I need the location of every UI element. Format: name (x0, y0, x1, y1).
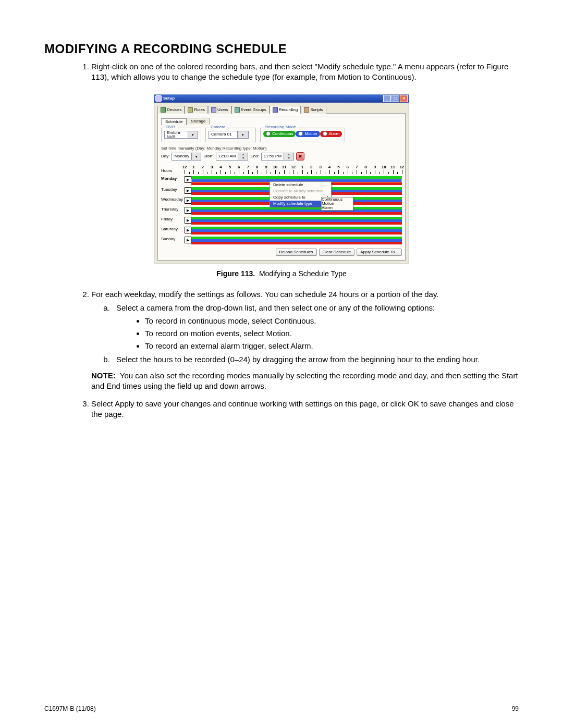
footer-doc-id: C1697M-B (11/08) (44, 705, 96, 712)
dvr-select[interactable]: Endura NVR▾ (164, 131, 198, 139)
radio-dot-icon (266, 131, 271, 136)
hour-tick-label: 10 (382, 165, 386, 169)
hour-tick-label: 12 (291, 165, 296, 169)
recording-mode-group: Recording Mode Continuous Motion Alarm (260, 128, 345, 143)
app-icon (155, 95, 162, 102)
schedule-bars[interactable] (191, 217, 402, 225)
tab-roles[interactable]: Roles (185, 106, 207, 114)
menu-delete-schedule[interactable]: Delete schedule (270, 182, 331, 188)
setup-window: Setup _ □ ✕ Devices Roles Users Event Gr… (154, 94, 409, 265)
step-2b: Select the hours to be recorded (0–24) b… (112, 354, 519, 365)
schedule-day-row: Friday▶ (161, 217, 402, 225)
mode-motion[interactable]: Motion (296, 131, 320, 137)
hour-ruler: 12123456789101112123456789101112 (185, 166, 402, 174)
main-tabs: Devices Roles Users Event Groups Recordi… (157, 106, 406, 114)
window-title: Setup (163, 96, 175, 101)
hour-tick-label: 5 (229, 165, 231, 169)
recording-icon (273, 107, 278, 113)
hour-tick-label: 7 (247, 165, 249, 169)
hour-tick-label: 9 (265, 165, 267, 169)
clear-schedule-button[interactable]: Clear Schedule (319, 249, 355, 256)
window-close-button[interactable]: ✕ (400, 95, 408, 102)
clear-time-button[interactable]: ✖ (296, 152, 304, 161)
recording-bar[interactable] (191, 232, 402, 235)
play-day-button[interactable]: ▶ (185, 176, 191, 183)
hour-tick-label: 3 (211, 165, 213, 169)
camera-group: Camera Camera 01▾ (205, 128, 256, 143)
hour-tick-label: 12 (400, 165, 405, 169)
play-day-button[interactable]: ▶ (185, 187, 191, 194)
hour-tick-label: 3 (319, 165, 321, 169)
recording-bar[interactable] (191, 242, 402, 244)
hour-tick-label: 6 (347, 165, 349, 169)
dvr-group: DVR Endura NVR▾ (161, 128, 201, 143)
menu-convert-all-day: Convert to all day schedule (270, 188, 331, 194)
schedule-grid: Hours 12123456789101112123456789101112 M… (161, 166, 402, 244)
play-day-button[interactable]: ▶ (185, 197, 191, 204)
recording-bar[interactable] (191, 212, 402, 215)
play-day-button[interactable]: ▶ (185, 227, 191, 233)
tab-devices[interactable]: Devices (157, 106, 185, 114)
section-heading: MODIFYING A RECORDING SCHEDULE (44, 42, 519, 56)
step-2: For each weekday, modify the settings as… (91, 289, 519, 391)
play-day-button[interactable]: ▶ (185, 207, 191, 214)
chevron-down-icon: ▾ (188, 131, 198, 138)
tab-users[interactable]: Users (208, 106, 231, 114)
day-label: Sunday (161, 237, 185, 241)
hour-tick-label: 11 (390, 165, 395, 169)
hour-tick-label: 8 (256, 165, 258, 169)
mode-continuous[interactable]: Continuous (263, 131, 296, 137)
day-label: Monday (161, 176, 185, 181)
day-select[interactable]: Monday▾ (172, 153, 201, 161)
day-label: Tuesday (161, 187, 185, 192)
window-minimize-button[interactable]: _ (383, 95, 391, 102)
apply-schedule-to-button[interactable]: Apply Schedule To... (357, 249, 402, 256)
recording-bar[interactable] (191, 222, 402, 225)
camera-select[interactable]: Camera 01▾ (209, 131, 249, 139)
window-maximize-button[interactable]: □ (391, 95, 399, 102)
start-time-spinner[interactable]: 12:00 AM▲▼ (216, 153, 249, 161)
schedule-bars[interactable] (191, 207, 402, 215)
scripts-icon (304, 107, 309, 113)
roles-icon (188, 107, 193, 113)
figure-113: Setup _ □ ✕ Devices Roles Users Event Gr… (154, 94, 409, 278)
hour-tick-label: 11 (282, 165, 287, 169)
play-day-button[interactable]: ▶ (185, 237, 191, 243)
step-3: Select Apply to save your changes and co… (91, 399, 519, 420)
submenu-alarm[interactable]: Alarm (322, 206, 353, 210)
hours-label: Hours (161, 169, 185, 174)
subtab-schedule[interactable]: Schedule (161, 118, 187, 125)
tab-event-groups[interactable]: Event Groups (231, 106, 270, 114)
schedule-bars[interactable] (191, 237, 402, 244)
step-2a-bullet-2: To record on motion events, select Motio… (145, 328, 519, 339)
day-label: Wednesday (161, 197, 185, 202)
end-time-spinner[interactable]: 11:59 PM▲▼ (261, 153, 294, 161)
mode-alarm[interactable]: Alarm (320, 131, 342, 137)
tab-recording[interactable]: Recording (270, 106, 301, 114)
window-titlebar: Setup _ □ ✕ (154, 95, 409, 103)
reload-schedules-button[interactable]: Reload Schedules (276, 249, 317, 256)
schedule-bars[interactable] (191, 227, 402, 235)
step-2a-bullet-3: To record an external alarm trigger, sel… (145, 341, 519, 351)
step-2a: Select a camera from the drop-down list,… (112, 303, 519, 351)
hour-tick-label: 1 (192, 165, 194, 169)
devices-icon (161, 107, 166, 113)
hour-tick-label: 7 (356, 165, 358, 169)
schedule-day-row: Sunday▶ (161, 237, 402, 244)
figure-caption: Figure 113. Modifying a Schedule Type (154, 269, 409, 278)
footer-page-number: 99 (512, 705, 519, 712)
step-2-note: NOTE: You can also set the recording mod… (91, 371, 519, 392)
hour-tick-label: 1 (301, 165, 303, 169)
subtab-storage[interactable]: Storage (187, 118, 210, 125)
day-label: Thursday (161, 207, 185, 212)
tab-scripts[interactable]: Scripts (301, 106, 326, 114)
hour-tick-label: 2 (310, 165, 312, 169)
hour-tick-label: 5 (337, 165, 339, 169)
step-list-cont: For each weekday, modify the settings as… (44, 289, 519, 420)
step-1: Right-click on one of the colored record… (91, 61, 519, 83)
chevron-down-icon: ▾ (191, 153, 201, 160)
schedule-day-row: Saturday▶ (161, 227, 402, 235)
step-2a-bullet-1: To record in continuous mode, select Con… (145, 316, 519, 326)
play-day-button[interactable]: ▶ (185, 217, 191, 224)
hour-tick-label: 4 (328, 165, 331, 169)
